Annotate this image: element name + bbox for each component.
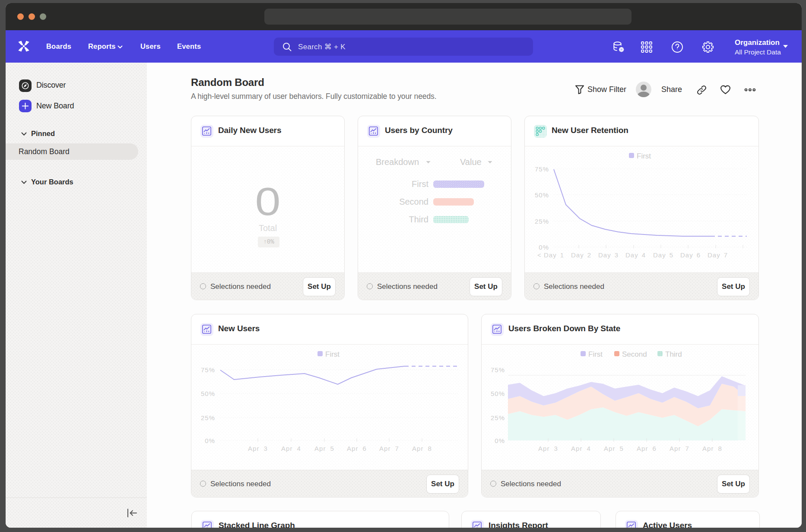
svg-text:75%: 75% [491, 366, 505, 374]
svg-text:Apr 4: Apr 4 [571, 445, 591, 452]
svg-text:Day 4: Day 4 [625, 251, 646, 259]
svg-text:Apr 6: Apr 6 [637, 445, 657, 452]
svg-text:25%: 25% [201, 414, 215, 421]
svg-text:Apr 7: Apr 7 [379, 445, 399, 452]
svg-text:Day 7: Day 7 [708, 251, 728, 259]
svg-text:Apr 8: Apr 8 [412, 445, 432, 452]
svg-text:Day 5: Day 5 [653, 251, 673, 259]
svg-text:Day 3: Day 3 [598, 251, 619, 259]
svg-text:<: < [537, 251, 542, 259]
svg-text:Apr 5: Apr 5 [604, 445, 624, 452]
svg-text:75%: 75% [201, 366, 215, 374]
svg-text:Day 6: Day 6 [680, 251, 701, 259]
svg-text:0%: 0% [205, 437, 215, 444]
svg-text:Apr 4: Apr 4 [281, 445, 301, 452]
svg-text:Apr 3: Apr 3 [538, 445, 558, 452]
svg-text:Day 1: Day 1 [544, 251, 564, 259]
svg-text:0%: 0% [495, 437, 505, 444]
svg-text:50%: 50% [491, 390, 505, 397]
svg-text:25%: 25% [491, 414, 505, 421]
svg-text:Apr 5: Apr 5 [314, 445, 334, 452]
svg-text:Apr 8: Apr 8 [702, 445, 722, 452]
svg-text:50%: 50% [535, 191, 549, 199]
svg-text:0%: 0% [539, 244, 549, 251]
svg-text:Day 2: Day 2 [571, 251, 591, 259]
svg-text:25%: 25% [535, 218, 549, 225]
svg-text:Apr 3: Apr 3 [248, 445, 268, 452]
svg-text:75%: 75% [535, 165, 549, 173]
svg-text:Apr 7: Apr 7 [670, 445, 689, 452]
svg-text:Apr 6: Apr 6 [347, 445, 367, 452]
svg-text:50%: 50% [201, 390, 215, 397]
